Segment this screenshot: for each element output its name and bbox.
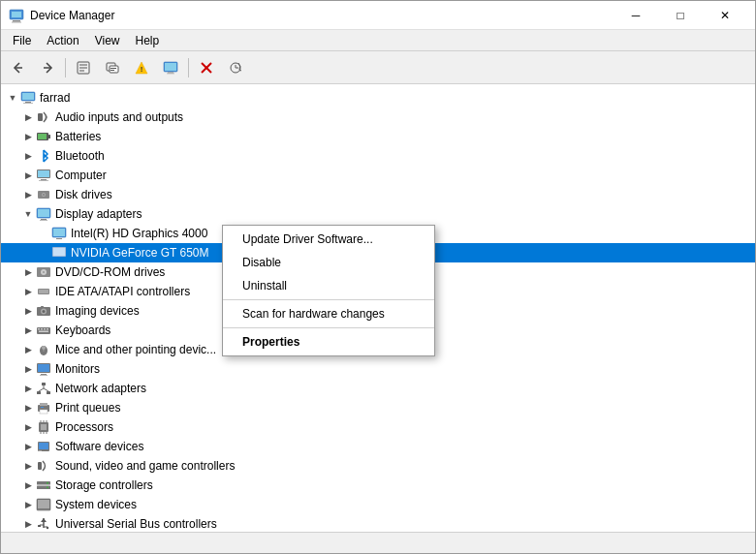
- sound-icon: [36, 458, 51, 474]
- monitors-label: Monitors: [55, 362, 100, 376]
- context-update[interactable]: Update Driver Software...: [223, 228, 434, 251]
- tree-print[interactable]: ▶ Print queues: [1, 398, 755, 417]
- ide-toggle[interactable]: ▶: [20, 284, 36, 299]
- minimize-button[interactable]: ─: [614, 1, 658, 30]
- main-content: ▼ farrad ▶: [1, 84, 755, 532]
- svg-line-73: [44, 388, 48, 391]
- maximize-button[interactable]: □: [658, 1, 703, 30]
- context-uninstall[interactable]: Uninstall: [223, 274, 434, 297]
- bluetooth-icon: [36, 148, 51, 164]
- svg-rect-38: [38, 209, 49, 217]
- menu-action[interactable]: Action: [39, 32, 86, 49]
- svg-rect-77: [41, 407, 44, 408]
- device-manager-window: Device Manager ─ □ ✕ File Action View He…: [0, 0, 756, 554]
- menu-help[interactable]: Help: [128, 32, 168, 49]
- software-icon: [36, 439, 51, 454]
- svg-rect-58: [44, 328, 46, 330]
- tree-monitors[interactable]: ▶ Monitors: [1, 359, 755, 379]
- dvd-label: DVD/CD-ROM drives: [55, 265, 165, 279]
- imaging-label: Imaging devices: [55, 304, 140, 318]
- tree-processors[interactable]: ▶ Processors: [1, 417, 755, 437]
- mice-label: Mice and other pointing devic...: [55, 343, 216, 356]
- display-label: Display adapters: [55, 207, 142, 221]
- context-scan[interactable]: Scan for hardware changes: [223, 302, 434, 325]
- context-properties[interactable]: Properties: [223, 330, 434, 354]
- svg-rect-50: [39, 290, 48, 293]
- tree-system[interactable]: ▶ System devices: [1, 495, 755, 514]
- menu-file[interactable]: File: [5, 32, 39, 49]
- keyboards-icon: [36, 323, 51, 338]
- intel-icon: [51, 226, 67, 241]
- monitors-toggle[interactable]: ▶: [20, 361, 36, 377]
- processors-icon: [36, 419, 51, 435]
- svg-rect-75: [40, 403, 47, 406]
- menu-view[interactable]: View: [87, 32, 128, 49]
- sound-toggle[interactable]: ▶: [20, 458, 36, 474]
- computer-icon2: [36, 168, 51, 183]
- ide-label: IDE ATA/ATAPI controllers: [55, 285, 190, 298]
- tree-computer[interactable]: ▶ Computer: [1, 166, 755, 185]
- usb-toggle[interactable]: ▶: [20, 516, 36, 532]
- software-toggle[interactable]: ▶: [20, 439, 36, 454]
- batteries-label: Batteries: [55, 130, 101, 143]
- svg-rect-29: [38, 134, 47, 139]
- computer-icon: [20, 90, 36, 106]
- tree-audio[interactable]: ▶ Audio inputs and outputs: [1, 108, 755, 127]
- toolbar-properties[interactable]: [70, 55, 97, 80]
- tree-usb[interactable]: ▶ Universal Serial Bus controllers: [1, 514, 755, 532]
- svg-rect-54: [41, 306, 44, 308]
- tree-batteries[interactable]: ▶ Batteries: [1, 127, 755, 146]
- svg-rect-17: [167, 73, 174, 74]
- print-toggle[interactable]: ▶: [20, 400, 36, 416]
- tree-root[interactable]: ▼ farrad: [1, 88, 755, 108]
- batteries-toggle[interactable]: ▶: [20, 129, 36, 144]
- toolbar-scan[interactable]: [222, 55, 249, 80]
- mice-icon: [36, 342, 51, 357]
- toolbar-monitor[interactable]: [157, 55, 184, 80]
- svg-rect-2: [13, 20, 20, 22]
- network-label: Network adapters: [55, 382, 146, 395]
- imaging-toggle[interactable]: ▶: [20, 303, 36, 319]
- system-toggle[interactable]: ▶: [20, 497, 36, 512]
- svg-point-93: [47, 486, 48, 488]
- dvd-toggle[interactable]: ▶: [20, 264, 36, 280]
- network-icon: [36, 381, 51, 396]
- root-toggle[interactable]: ▼: [5, 90, 20, 106]
- storage-toggle[interactable]: ▶: [20, 477, 36, 493]
- tree-display[interactable]: ▼ Display adapters: [1, 204, 755, 224]
- toolbar-warning[interactable]: !: [128, 55, 155, 80]
- disk-toggle[interactable]: ▶: [20, 187, 36, 202]
- svg-point-53: [43, 310, 46, 313]
- processors-label: Processors: [55, 420, 113, 434]
- toolbar-delete[interactable]: [193, 55, 220, 80]
- tree-sound[interactable]: ▶ Sound, video and game controllers: [1, 456, 755, 476]
- network-toggle[interactable]: ▶: [20, 381, 36, 396]
- close-button[interactable]: ✕: [703, 1, 747, 30]
- display-toggle[interactable]: ▼: [20, 206, 36, 222]
- tree-storage[interactable]: ▶ Storage controllers: [1, 476, 755, 495]
- imaging-icon: [36, 303, 51, 319]
- toolbar: !: [1, 51, 755, 84]
- computer-toggle[interactable]: ▶: [20, 168, 36, 183]
- mice-toggle[interactable]: ▶: [20, 342, 36, 357]
- toolbar-back[interactable]: [5, 55, 32, 80]
- toolbar-refresh[interactable]: [99, 55, 126, 80]
- context-disable[interactable]: Disable: [223, 251, 434, 274]
- tree-bluetooth[interactable]: ▶ Bluetooth: [1, 146, 755, 166]
- nvidia-icon: [51, 245, 67, 261]
- software-label: Software devices: [55, 440, 143, 453]
- svg-rect-56: [38, 328, 40, 330]
- processors-toggle[interactable]: ▶: [20, 419, 36, 435]
- tree-disk[interactable]: ▶ Disk drives: [1, 185, 755, 204]
- svg-rect-32: [41, 179, 47, 180]
- toolbar-forward[interactable]: [34, 55, 61, 80]
- svg-rect-15: [165, 63, 176, 71]
- keyboards-toggle[interactable]: ▶: [20, 323, 36, 338]
- svg-rect-95: [38, 500, 49, 508]
- tree-software[interactable]: ▶ Software devices: [1, 437, 755, 456]
- tree-network[interactable]: ▶ Network adapters: [1, 379, 755, 398]
- print-icon: [36, 400, 51, 416]
- svg-rect-16: [168, 72, 173, 73]
- bluetooth-toggle[interactable]: ▶: [20, 148, 36, 164]
- audio-toggle[interactable]: ▶: [20, 109, 36, 125]
